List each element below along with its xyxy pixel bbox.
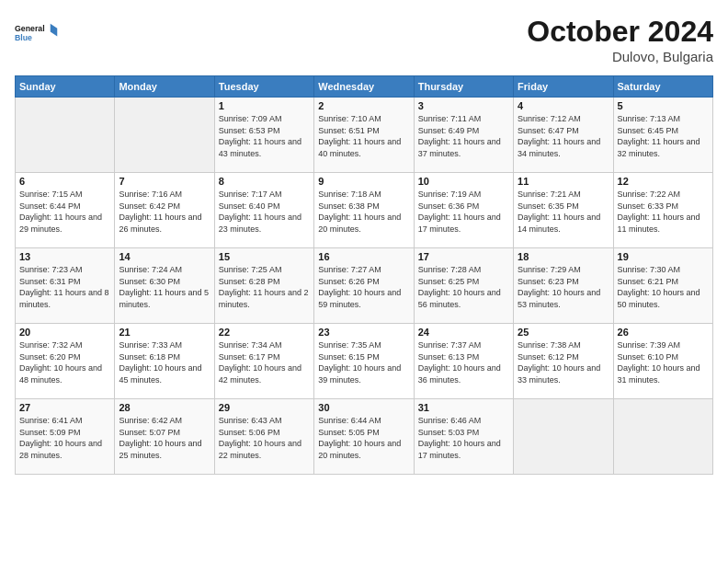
calendar-cell: 24 Sunrise: 7:37 AMSunset: 6:13 PMDaylig… bbox=[414, 324, 513, 399]
day-number: 12 bbox=[618, 176, 709, 187]
calendar-cell: 21 Sunrise: 7:33 AMSunset: 6:18 PMDaylig… bbox=[115, 324, 214, 399]
day-number: 11 bbox=[518, 176, 609, 187]
logo: General Blue bbox=[15, 15, 61, 50]
calendar-cell: 4 Sunrise: 7:12 AMSunset: 6:47 PMDayligh… bbox=[514, 98, 613, 173]
calendar-body: 1 Sunrise: 7:09 AMSunset: 6:53 PMDayligh… bbox=[16, 98, 713, 475]
day-number: 7 bbox=[119, 176, 210, 187]
day-number: 30 bbox=[318, 402, 409, 413]
calendar-cell: 30 Sunrise: 6:44 AMSunset: 5:05 PMDaylig… bbox=[314, 399, 414, 475]
day-info: Sunrise: 6:46 AMSunset: 5:03 PMDaylight:… bbox=[418, 415, 509, 461]
day-number: 1 bbox=[219, 100, 310, 111]
day-header: Tuesday bbox=[214, 76, 313, 98]
calendar-cell: 12 Sunrise: 7:22 AMSunset: 6:33 PMDaylig… bbox=[613, 173, 712, 248]
svg-text:General: General bbox=[15, 24, 45, 33]
day-number: 15 bbox=[219, 251, 310, 262]
calendar-cell: 27 Sunrise: 6:41 AMSunset: 5:09 PMDaylig… bbox=[16, 399, 115, 475]
calendar-cell bbox=[613, 399, 712, 475]
day-number: 20 bbox=[19, 327, 110, 338]
day-number: 26 bbox=[618, 327, 709, 338]
day-info: Sunrise: 7:09 AMSunset: 6:53 PMDaylight:… bbox=[219, 113, 310, 159]
location: Dulovo, Bulgaria bbox=[527, 49, 713, 64]
calendar-week: 27 Sunrise: 6:41 AMSunset: 5:09 PMDaylig… bbox=[16, 399, 713, 475]
day-number: 4 bbox=[518, 100, 609, 111]
day-info: Sunrise: 7:30 AMSunset: 6:21 PMDaylight:… bbox=[618, 264, 709, 310]
day-number: 6 bbox=[19, 176, 110, 187]
day-header: Friday bbox=[514, 76, 613, 98]
calendar-cell: 17 Sunrise: 7:28 AMSunset: 6:25 PMDaylig… bbox=[414, 248, 513, 324]
day-info: Sunrise: 7:21 AMSunset: 6:35 PMDaylight:… bbox=[518, 189, 609, 235]
day-info: Sunrise: 7:25 AMSunset: 6:28 PMDaylight:… bbox=[219, 264, 310, 310]
calendar-cell: 7 Sunrise: 7:16 AMSunset: 6:42 PMDayligh… bbox=[115, 173, 214, 248]
day-header: Sunday bbox=[16, 76, 115, 98]
day-info: Sunrise: 7:38 AMSunset: 6:12 PMDaylight:… bbox=[518, 339, 609, 385]
calendar-cell: 29 Sunrise: 6:43 AMSunset: 5:06 PMDaylig… bbox=[214, 399, 313, 475]
title-block: October 2024 Dulovo, Bulgaria bbox=[527, 15, 713, 64]
day-info: Sunrise: 7:29 AMSunset: 6:23 PMDaylight:… bbox=[518, 264, 609, 310]
calendar-week: 6 Sunrise: 7:15 AMSunset: 6:44 PMDayligh… bbox=[16, 173, 713, 248]
day-info: Sunrise: 7:15 AMSunset: 6:44 PMDaylight:… bbox=[19, 189, 110, 235]
day-info: Sunrise: 7:22 AMSunset: 6:33 PMDaylight:… bbox=[618, 189, 709, 235]
day-info: Sunrise: 7:39 AMSunset: 6:10 PMDaylight:… bbox=[618, 339, 709, 385]
calendar-cell: 22 Sunrise: 7:34 AMSunset: 6:17 PMDaylig… bbox=[214, 324, 313, 399]
calendar-cell: 23 Sunrise: 7:35 AMSunset: 6:15 PMDaylig… bbox=[314, 324, 414, 399]
calendar-table: SundayMondayTuesdayWednesdayThursdayFrid… bbox=[15, 75, 713, 475]
day-info: Sunrise: 6:42 AMSunset: 5:07 PMDaylight:… bbox=[119, 415, 210, 461]
day-info: Sunrise: 7:16 AMSunset: 6:42 PMDaylight:… bbox=[119, 189, 210, 235]
day-number: 5 bbox=[618, 100, 709, 111]
day-number: 17 bbox=[418, 251, 509, 262]
day-info: Sunrise: 7:24 AMSunset: 6:30 PMDaylight:… bbox=[119, 264, 210, 310]
day-number: 3 bbox=[418, 100, 509, 111]
day-number: 9 bbox=[318, 176, 409, 187]
day-number: 21 bbox=[119, 327, 210, 338]
day-number: 8 bbox=[219, 176, 310, 187]
day-info: Sunrise: 7:17 AMSunset: 6:40 PMDaylight:… bbox=[219, 189, 310, 235]
day-info: Sunrise: 6:43 AMSunset: 5:06 PMDaylight:… bbox=[219, 415, 310, 461]
calendar-cell: 10 Sunrise: 7:19 AMSunset: 6:36 PMDaylig… bbox=[414, 173, 513, 248]
day-info: Sunrise: 7:37 AMSunset: 6:13 PMDaylight:… bbox=[418, 339, 509, 385]
calendar-cell: 13 Sunrise: 7:23 AMSunset: 6:31 PMDaylig… bbox=[16, 248, 115, 324]
day-info: Sunrise: 7:35 AMSunset: 6:15 PMDaylight:… bbox=[318, 339, 409, 385]
calendar-cell: 6 Sunrise: 7:15 AMSunset: 6:44 PMDayligh… bbox=[16, 173, 115, 248]
day-info: Sunrise: 6:44 AMSunset: 5:05 PMDaylight:… bbox=[318, 415, 409, 461]
calendar-cell: 9 Sunrise: 7:18 AMSunset: 6:38 PMDayligh… bbox=[314, 173, 414, 248]
day-info: Sunrise: 7:18 AMSunset: 6:38 PMDaylight:… bbox=[318, 189, 409, 235]
day-number: 31 bbox=[418, 402, 509, 413]
logo-icon: General Blue bbox=[15, 15, 61, 50]
day-number: 22 bbox=[219, 327, 310, 338]
calendar-cell: 20 Sunrise: 7:32 AMSunset: 6:20 PMDaylig… bbox=[16, 324, 115, 399]
day-number: 23 bbox=[318, 327, 409, 338]
calendar-cell: 28 Sunrise: 6:42 AMSunset: 5:07 PMDaylig… bbox=[115, 399, 214, 475]
day-info: Sunrise: 7:32 AMSunset: 6:20 PMDaylight:… bbox=[19, 339, 110, 385]
calendar-cell: 3 Sunrise: 7:11 AMSunset: 6:49 PMDayligh… bbox=[414, 98, 513, 173]
calendar-cell: 14 Sunrise: 7:24 AMSunset: 6:30 PMDaylig… bbox=[115, 248, 214, 324]
calendar-week: 13 Sunrise: 7:23 AMSunset: 6:31 PMDaylig… bbox=[16, 248, 713, 324]
day-info: Sunrise: 7:28 AMSunset: 6:25 PMDaylight:… bbox=[418, 264, 509, 310]
calendar-week: 1 Sunrise: 7:09 AMSunset: 6:53 PMDayligh… bbox=[16, 98, 713, 173]
day-header: Saturday bbox=[613, 76, 712, 98]
calendar-cell: 5 Sunrise: 7:13 AMSunset: 6:45 PMDayligh… bbox=[613, 98, 712, 173]
calendar-cell: 11 Sunrise: 7:21 AMSunset: 6:35 PMDaylig… bbox=[514, 173, 613, 248]
calendar-cell: 26 Sunrise: 7:39 AMSunset: 6:10 PMDaylig… bbox=[613, 324, 712, 399]
day-number: 24 bbox=[418, 327, 509, 338]
day-number: 10 bbox=[418, 176, 509, 187]
day-number: 27 bbox=[19, 402, 110, 413]
svg-text:Blue: Blue bbox=[15, 33, 32, 42]
day-info: Sunrise: 7:27 AMSunset: 6:26 PMDaylight:… bbox=[318, 264, 409, 310]
calendar-cell: 19 Sunrise: 7:30 AMSunset: 6:21 PMDaylig… bbox=[613, 248, 712, 324]
calendar-header: SundayMondayTuesdayWednesdayThursdayFrid… bbox=[16, 76, 713, 98]
calendar-cell bbox=[514, 399, 613, 475]
day-number: 18 bbox=[518, 251, 609, 262]
day-info: Sunrise: 7:23 AMSunset: 6:31 PMDaylight:… bbox=[19, 264, 110, 310]
day-info: Sunrise: 6:41 AMSunset: 5:09 PMDaylight:… bbox=[19, 415, 110, 461]
day-header: Wednesday bbox=[314, 76, 414, 98]
day-number: 14 bbox=[119, 251, 210, 262]
day-info: Sunrise: 7:19 AMSunset: 6:36 PMDaylight:… bbox=[418, 189, 509, 235]
day-number: 28 bbox=[119, 402, 210, 413]
calendar-cell bbox=[115, 98, 214, 173]
day-info: Sunrise: 7:34 AMSunset: 6:17 PMDaylight:… bbox=[219, 339, 310, 385]
calendar-cell: 31 Sunrise: 6:46 AMSunset: 5:03 PMDaylig… bbox=[414, 399, 513, 475]
calendar-cell: 2 Sunrise: 7:10 AMSunset: 6:51 PMDayligh… bbox=[314, 98, 414, 173]
day-number: 19 bbox=[618, 251, 709, 262]
page-header: General Blue October 2024 Dulovo, Bulgar… bbox=[15, 15, 713, 64]
day-header: Monday bbox=[115, 76, 214, 98]
